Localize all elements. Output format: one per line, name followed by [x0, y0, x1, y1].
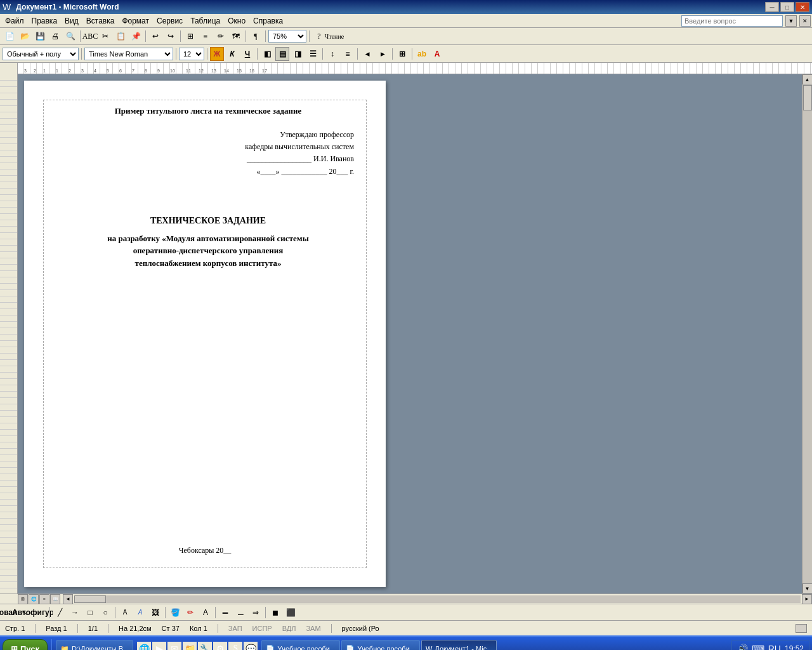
document-page[interactable]: Пример титульного листа на техническое з…	[24, 81, 386, 587]
draw-autoshapes-button[interactable]: Автофигуры▼	[33, 606, 47, 620]
draw-textbox-button[interactable]: A	[118, 606, 132, 620]
scroll-track[interactable]	[803, 85, 812, 583]
window-controls[interactable]: ─ □ ✕	[765, 2, 809, 12]
indent-increase-button[interactable]: ▸	[376, 47, 390, 61]
font-dropdown[interactable]: Times New Roman	[84, 48, 173, 60]
email-icon[interactable]: ✉	[167, 642, 181, 650]
tray-icon-1[interactable]: 🔊	[737, 644, 748, 650]
scroll-left-button[interactable]: ◄	[63, 594, 73, 604]
columns-button[interactable]: ≡	[199, 29, 213, 43]
font-color-button[interactable]: A	[430, 47, 444, 61]
scroll-up-button[interactable]: ▲	[802, 74, 813, 84]
draw-3d-button[interactable]: ⬛	[284, 606, 298, 620]
indent-decrease-button[interactable]: ◂	[360, 47, 374, 61]
media-icon[interactable]: ▶	[152, 642, 166, 650]
h-scroll-track[interactable]	[74, 595, 801, 603]
underline-button[interactable]: Ч	[240, 47, 254, 61]
close-button[interactable]: ✕	[796, 2, 809, 12]
zoom-select[interactable]: 75%	[268, 30, 306, 43]
help-button[interactable]: ?	[312, 29, 326, 43]
draw-clipart-button[interactable]: 🖼	[148, 606, 162, 620]
italic-button[interactable]: К	[225, 47, 239, 61]
draw-arrow-button[interactable]: →	[68, 606, 82, 620]
draw-shadow-button[interactable]: ◼	[268, 606, 282, 620]
align-center-button[interactable]: ▤	[275, 47, 289, 61]
ruler-corner[interactable]	[0, 63, 18, 74]
taskbar-item-2[interactable]: 📄 Учебное пособи...	[341, 640, 420, 650]
menu-window[interactable]: Окно	[224, 15, 249, 27]
reading-button[interactable]: Чтение	[327, 29, 341, 43]
menu-service[interactable]: Сервис	[153, 15, 187, 27]
size-dropdown[interactable]: 12	[179, 48, 204, 60]
draw-fillcolor-button[interactable]: 🪣	[168, 606, 182, 620]
app4-icon[interactable]: 💬	[244, 642, 258, 650]
cut-button[interactable]: ✂	[98, 29, 112, 43]
scroll-down-button[interactable]: ▼	[802, 583, 813, 594]
search-input[interactable]	[681, 15, 783, 27]
app3-icon[interactable]: S	[228, 642, 242, 650]
paste-button[interactable]: 📌	[129, 29, 143, 43]
scroll-thumb[interactable]	[803, 85, 812, 110]
draw-arrowstyle-button[interactable]: ⇒	[249, 606, 263, 620]
folder-icon[interactable]: 📁	[183, 642, 197, 650]
view-normal-button[interactable]: ⊞	[18, 594, 28, 604]
search-button[interactable]: ▼	[785, 15, 797, 27]
scroll-right-button[interactable]: ►	[802, 594, 812, 604]
start-button[interactable]: ⊞ Пуск	[3, 639, 48, 650]
border-button[interactable]: ⊞	[395, 47, 409, 61]
menu-insert[interactable]: Вставка	[82, 15, 119, 27]
status-zoom-icon[interactable]	[796, 624, 807, 633]
menu-format[interactable]: Формат	[118, 15, 153, 27]
save-button[interactable]: 💾	[33, 29, 47, 43]
menu-file[interactable]: Файл	[1, 15, 28, 27]
new-button[interactable]: 📄	[3, 29, 16, 43]
open-button[interactable]: 📂	[18, 29, 32, 43]
draw-fontcolor-button[interactable]: A	[199, 606, 213, 620]
vertical-scrollbar[interactable]: ▲ ▼	[802, 74, 812, 594]
draw-linestyle-button[interactable]: ═	[218, 606, 232, 620]
menu-edit[interactable]: Правка	[28, 15, 62, 27]
ie-icon[interactable]: 🌐	[137, 642, 151, 650]
undo-button[interactable]: ↩	[148, 29, 162, 43]
align-left-button[interactable]: ◧	[260, 47, 274, 61]
copy-button[interactable]: 📋	[114, 29, 128, 43]
view-reading-button[interactable]: 📖	[50, 594, 60, 604]
map-button[interactable]: 🗺	[229, 29, 243, 43]
draw-dashstyle-button[interactable]: ⚊	[233, 606, 247, 620]
h-scroll-thumb[interactable]	[74, 595, 106, 603]
draw-linecolor-button[interactable]: ✏	[183, 606, 197, 620]
draw-oval-button[interactable]: ○	[98, 606, 112, 620]
minimize-button[interactable]: ─	[765, 2, 779, 12]
style-dropdown[interactable]: Обычный + полу	[3, 48, 79, 60]
print-button[interactable]: 🖨	[48, 29, 62, 43]
draw-line-button[interactable]: ╱	[53, 606, 67, 620]
preview-button[interactable]: 🔍	[63, 29, 77, 43]
spell-button[interactable]: ABC	[83, 29, 97, 43]
drawing-button[interactable]: ✏	[214, 29, 228, 43]
paragraph-button[interactable]: ¶	[249, 29, 263, 43]
horizontal-scrollbar[interactable]: ⊞ 🌐 ≡ 📖 ◄ ►	[0, 594, 812, 604]
app1-icon[interactable]: 🔧	[198, 642, 212, 650]
taskbar-item-0[interactable]: 📁 D:\Документы В...	[56, 640, 133, 650]
draw-wordart-button[interactable]: A	[133, 606, 147, 620]
view-web-button[interactable]: 🌐	[29, 594, 39, 604]
menu-table[interactable]: Таблица	[187, 15, 224, 27]
align-right-button[interactable]: ◨	[291, 47, 304, 61]
search-help-button[interactable]: ✕	[799, 15, 811, 27]
tray-icon-2[interactable]: ⌨	[752, 644, 764, 650]
taskbar-item-3[interactable]: W Документ1 - Mic...	[421, 640, 497, 650]
draw-rect-button[interactable]: □	[83, 606, 97, 620]
taskbar-item-1[interactable]: 📄 Учебное пособи...	[261, 640, 340, 650]
bold-button[interactable]: Ж	[210, 47, 224, 61]
menu-view[interactable]: Вид	[61, 15, 82, 27]
redo-button[interactable]: ↪	[164, 29, 178, 43]
highlight-button[interactable]: ab	[415, 47, 429, 61]
align-justify-button[interactable]: ☰	[306, 47, 320, 61]
view-outline-button[interactable]: ≡	[39, 594, 49, 604]
tray-icon-3[interactable]: RU	[768, 644, 781, 650]
maximize-button[interactable]: □	[780, 2, 794, 12]
menu-help[interactable]: Справка	[249, 15, 287, 27]
table-button[interactable]: ⊞	[183, 29, 197, 43]
app2-icon[interactable]: ⚙	[213, 642, 227, 650]
numbering-button[interactable]: ≡	[341, 47, 355, 61]
